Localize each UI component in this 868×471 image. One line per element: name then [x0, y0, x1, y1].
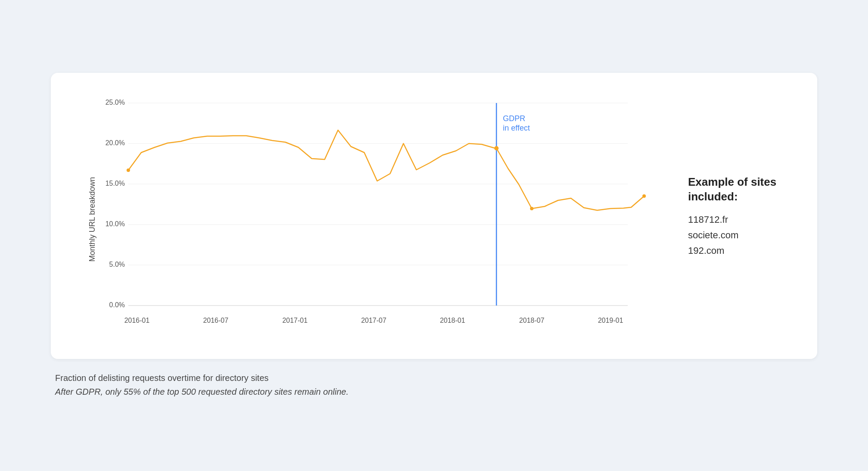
site-item-3: 192.com — [688, 245, 796, 256]
site-list: 118712.fr societe.com 192.com — [688, 214, 796, 256]
data-point — [530, 207, 533, 210]
data-point — [642, 194, 646, 198]
sidebar-title: Example of sites included: — [688, 175, 796, 204]
svg-text:2017-01: 2017-01 — [282, 317, 308, 324]
svg-text:GDPR: GDPR — [503, 114, 525, 123]
line-chart: Monthly URL breakdown 0.0% 5.0% 10.0% 15… — [72, 90, 658, 340]
svg-text:0.0%: 0.0% — [109, 301, 125, 309]
svg-text:5.0%: 5.0% — [109, 261, 125, 268]
caption-line2: After GDPR, only 55% of the top 500 requ… — [55, 385, 813, 399]
chart-card: Monthly URL breakdown 0.0% 5.0% 10.0% 15… — [51, 73, 817, 359]
chart-line — [128, 130, 644, 210]
svg-text:15.0%: 15.0% — [105, 180, 125, 187]
svg-text:2018-01: 2018-01 — [440, 317, 465, 324]
svg-text:20.0%: 20.0% — [105, 139, 125, 147]
svg-text:2016-01: 2016-01 — [124, 317, 150, 324]
svg-text:in effect: in effect — [503, 124, 530, 132]
svg-text:2018-07: 2018-07 — [519, 317, 545, 324]
svg-text:25.0%: 25.0% — [105, 99, 125, 106]
caption-area: Fraction of delisting requests overtime … — [51, 371, 817, 399]
chart-area: Monthly URL breakdown 0.0% 5.0% 10.0% 15… — [72, 90, 658, 342]
svg-text:2017-07: 2017-07 — [361, 317, 387, 324]
svg-text:10.0%: 10.0% — [105, 220, 125, 228]
svg-text:2016-07: 2016-07 — [203, 317, 229, 324]
site-item-2: societe.com — [688, 230, 796, 241]
gdpr-data-point — [494, 146, 499, 150]
site-item-1: 118712.fr — [688, 214, 796, 225]
svg-text:2019-01: 2019-01 — [598, 317, 623, 324]
data-point — [127, 168, 130, 172]
sidebar-info: Example of sites included: 118712.fr soc… — [675, 90, 796, 342]
caption-line1: Fraction of delisting requests overtime … — [55, 371, 813, 385]
y-axis-label: Monthly URL breakdown — [88, 177, 96, 261]
outer-container: Monthly URL breakdown 0.0% 5.0% 10.0% 15… — [34, 56, 834, 416]
